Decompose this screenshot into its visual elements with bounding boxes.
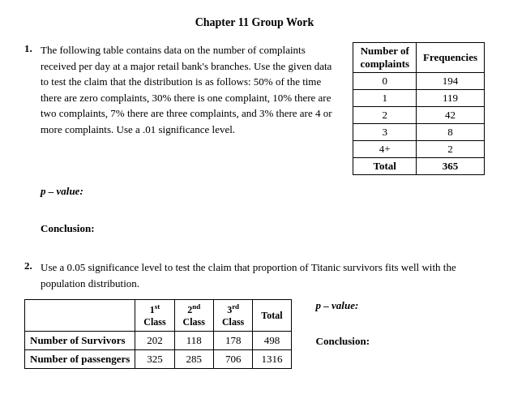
q1-total-row: Total 365: [353, 158, 485, 175]
table-row: Number of passengers 325 285 706 1316: [25, 350, 292, 369]
q1-conclusion-section: Conclusion:: [41, 222, 485, 235]
table-row: 0 194: [353, 73, 485, 90]
q1-table: Number ofcomplaints Frequencies 0 194 1 …: [353, 42, 485, 175]
q1-row-2-complaints: 2: [353, 107, 417, 124]
q2-text: Use a 0.05 significance level to test th…: [41, 259, 485, 291]
q2-col-2nd: 2ndClass: [174, 300, 213, 332]
q2-table: 1stClass 2ndClass 3rdClass Total Number …: [24, 299, 292, 369]
q1-col-header-freq: Frequencies: [417, 43, 485, 73]
q2-number: 2.: [24, 259, 36, 291]
q1-col-header-complaints: Number ofcomplaints: [353, 43, 417, 73]
q2-conclusion-section: Conclusion:: [316, 335, 370, 348]
question-1-block: 1. The following table contains data on …: [24, 42, 485, 235]
q2-table-row: 1stClass 2ndClass 3rdClass Total Number …: [24, 299, 485, 369]
q2-col-total: Total: [253, 300, 291, 332]
q1-row-3-complaints: 3: [353, 124, 417, 141]
q2-row2-v2: 285: [174, 350, 213, 369]
q1-conclusion-label: Conclusion:: [41, 222, 94, 234]
q1-row-0-freq: 194: [417, 73, 485, 90]
q2-row2-v1: 325: [135, 350, 174, 369]
q1-total-label: Total: [353, 158, 417, 175]
q1-pvalue-label: p – value:: [41, 185, 83, 197]
q1-row-1-complaints: 1: [353, 90, 417, 107]
q2-row2-v3: 706: [213, 350, 252, 369]
table-row: 1 119: [353, 90, 485, 107]
q1-row-2-freq: 42: [417, 107, 485, 124]
q1-row-0-complaints: 0: [353, 73, 417, 90]
q1-row-4plus-complaints: 4+: [353, 141, 417, 158]
q1-text: The following table contains data on the…: [41, 42, 340, 137]
table-row: 3 8: [353, 124, 485, 141]
table-row: 4+ 2: [353, 141, 485, 158]
q2-side-answers: p – value: Conclusion:: [316, 299, 370, 348]
table-row: 2 42: [353, 107, 485, 124]
q1-pvalue-section: p – value:: [41, 185, 485, 198]
page-title: Chapter 11 Group Work: [24, 16, 485, 29]
q2-row2-label: Number of passengers: [25, 350, 135, 369]
q2-col-3rd: 3rdClass: [213, 300, 252, 332]
q2-row1-total: 498: [253, 332, 291, 350]
q1-number: 1.: [24, 42, 36, 137]
q1-row-3-freq: 8: [417, 124, 485, 141]
q2-row1-v1: 202: [135, 332, 174, 350]
q2-row2-total: 1316: [253, 350, 291, 369]
q2-row1-v3: 178: [213, 332, 252, 350]
table-row: Number of Survivors 202 118 178 498: [25, 332, 292, 350]
q2-row1-v2: 118: [174, 332, 213, 350]
q2-conclusion-label: Conclusion:: [316, 335, 370, 347]
q2-table-container: 1stClass 2ndClass 3rdClass Total Number …: [24, 299, 292, 369]
q2-row1-label: Number of Survivors: [25, 332, 135, 350]
q1-row-1-freq: 119: [417, 90, 485, 107]
q1-table-container: Number ofcomplaints Frequencies 0 194 1 …: [353, 42, 485, 175]
q1-total-value: 365: [417, 158, 485, 175]
q2-pvalue-section: p – value:: [316, 299, 370, 312]
question-2-block: 2. Use a 0.05 significance level to test…: [24, 259, 485, 369]
q2-col-1st: 1stClass: [135, 300, 174, 332]
q1-row-4plus-freq: 2: [417, 141, 485, 158]
q2-pvalue-label: p – value:: [316, 299, 359, 311]
